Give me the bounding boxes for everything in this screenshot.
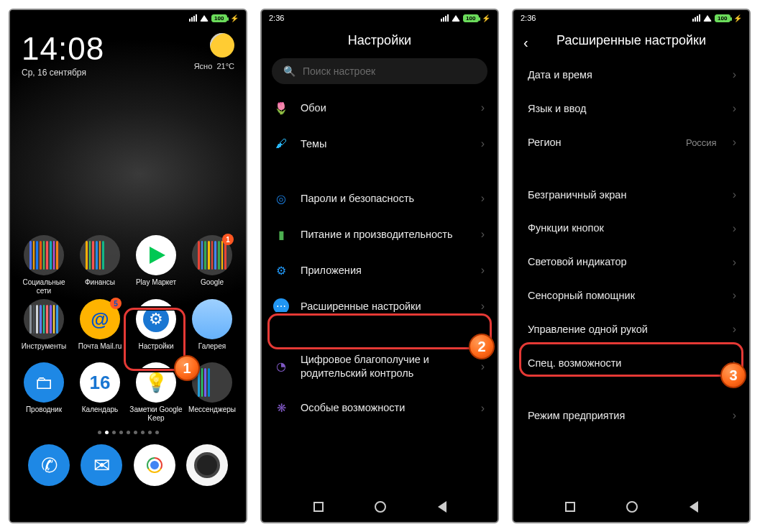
wifi-icon (200, 15, 209, 22)
chevron-right-icon: › (733, 102, 736, 115)
sun-icon (210, 33, 234, 58)
status-bar: 2:36 100 ⚡ (513, 10, 749, 26)
wifi-icon (703, 15, 712, 22)
item-digital-wellbeing[interactable]: ◔ Цифровое благополучие и родительский к… (262, 343, 498, 390)
item-apps[interactable]: ⚙ Приложения › (262, 252, 498, 288)
battery-icon: 100 (211, 14, 227, 22)
dock-camera[interactable] (186, 444, 228, 486)
item-language[interactable]: Язык и ввод › (513, 92, 749, 126)
nav-recent[interactable] (313, 502, 324, 512)
item-buttons[interactable]: Функции кнопок › (513, 211, 749, 245)
folder-google[interactable]: 1 Google (185, 235, 239, 295)
search-placeholder: Поиск настроек (303, 65, 375, 77)
chevron-right-icon: › (733, 289, 736, 302)
chevron-right-icon: › (481, 228, 485, 241)
status-time: 2:36 (269, 14, 284, 22)
charging-icon: ⚡ (733, 14, 742, 22)
battery-settings-icon: ▮ (273, 226, 289, 242)
app-files[interactable]: 🗀 Проводник (17, 362, 70, 422)
signal-icon (692, 14, 700, 22)
chevron-right-icon: › (733, 188, 736, 201)
step-badge-3: 3 (720, 362, 746, 388)
item-power[interactable]: ▮ Питание и производительность › (262, 216, 498, 252)
app-mailru[interactable]: @5 Почта Mail.ru (73, 299, 127, 358)
phone-advanced-settings: 2:36 100 ⚡ ‹ Расширенные настройки Дата … (512, 9, 751, 523)
item-datetime[interactable]: Дата и время › (513, 58, 749, 92)
app-calendar[interactable]: 16 Календарь (73, 362, 127, 422)
dock-phone[interactable]: ✆ (28, 444, 70, 486)
highlight-step-3 (519, 342, 743, 377)
chevron-right-icon: › (481, 360, 485, 373)
accessibility-icon: ❋ (273, 400, 289, 416)
wifi-icon (452, 15, 460, 22)
item-one-hand[interactable]: Управление одной рукой › (513, 313, 749, 347)
chevron-right-icon: › (481, 192, 485, 205)
item-led[interactable]: Световой индикатор › (513, 245, 749, 279)
chevron-right-icon: › (481, 101, 485, 114)
clock-date[interactable]: Ср, 16 сентября (22, 68, 104, 78)
chevron-right-icon: › (481, 137, 485, 150)
chevron-right-icon: › (733, 409, 736, 422)
clock-time[interactable]: 14:08 (22, 33, 104, 65)
nav-home[interactable] (626, 501, 638, 513)
more-icon: ⋯ (273, 298, 289, 314)
item-security[interactable]: ◎ Пароли и безопасность › (262, 180, 498, 216)
weather-temp: 21°C (216, 62, 234, 70)
item-touch-assist[interactable]: Сенсорный помощник › (513, 279, 749, 313)
battery-icon: 100 (463, 14, 479, 22)
status-bar: 2:36 100 ⚡ (262, 10, 498, 26)
chevron-right-icon: › (733, 68, 736, 81)
folder-tools[interactable]: Инструменты (17, 299, 70, 358)
dock: ✆ ✉ (10, 441, 246, 492)
weather-widget[interactable]: Ясно 21°C (194, 33, 234, 70)
step-badge-1: 1 (174, 355, 200, 381)
charging-icon: ⚡ (230, 14, 239, 22)
wallpaper-icon: 🌷 (273, 100, 289, 116)
nav-home[interactable] (375, 501, 386, 513)
mailru-icon: @5 (80, 299, 120, 339)
phone-settings: 2:36 100 ⚡ Настройки 🔍 Поиск настроек 🌷 … (260, 9, 499, 523)
nav-bar (262, 492, 498, 522)
item-enterprise[interactable]: Режим предприятия › (513, 399, 749, 433)
battery-icon: 100 (715, 14, 730, 22)
item-accessibility[interactable]: ❋ Особые возможности › (262, 390, 498, 426)
dock-messages[interactable]: ✉ (81, 444, 122, 486)
phone-home: 100 ⚡ 14:08 Ср, 16 сентября Ясно 21°C Со… (9, 9, 247, 523)
advanced-list: Дата и время › Язык и ввод › Регион Росс… (513, 58, 749, 492)
signal-icon (441, 14, 449, 22)
folder-finance[interactable]: Финансы (73, 235, 127, 295)
chevron-right-icon: › (481, 402, 485, 415)
item-fullscreen[interactable]: Безграничный экран › (513, 178, 749, 212)
app-gallery[interactable]: Галерея (185, 299, 239, 358)
signal-icon (189, 14, 197, 22)
item-themes[interactable]: 🖌 Темы › (262, 126, 498, 162)
page-title: Настройки (262, 26, 498, 58)
chevron-right-icon: › (733, 323, 736, 336)
page-indicator[interactable] (10, 426, 246, 441)
item-region[interactable]: Регион Россия › (513, 126, 749, 160)
nav-bar (513, 492, 749, 522)
nav-recent[interactable] (565, 502, 575, 512)
notification-badge: 1 (222, 234, 234, 245)
page-title: ‹ Расширенные настройки (513, 26, 749, 58)
nav-back[interactable] (690, 501, 698, 513)
nav-back[interactable] (438, 501, 446, 513)
step-badge-2: 2 (469, 334, 495, 359)
folder-social[interactable]: Социальные сети (17, 235, 70, 295)
gallery-icon (192, 299, 232, 339)
status-bar: 100 ⚡ (10, 10, 246, 26)
back-button[interactable]: ‹ (523, 35, 528, 51)
theme-icon: 🖌 (273, 136, 289, 152)
item-wallpaper[interactable]: 🌷 Обои › (262, 90, 498, 126)
folder-icon: 🗀 (24, 362, 64, 403)
chevron-right-icon: › (481, 300, 485, 313)
dock-chrome[interactable] (134, 444, 175, 486)
item-region-value: Россия (686, 137, 717, 148)
charging-icon: ⚡ (482, 14, 490, 22)
chevron-right-icon: › (733, 256, 736, 269)
app-play-store[interactable]: Play Маркет (129, 235, 183, 295)
weather-desc: Ясно (194, 62, 213, 70)
search-input[interactable]: 🔍 Поиск настроек (272, 58, 487, 84)
search-icon: 🔍 (283, 65, 296, 77)
calendar-icon: 16 (80, 362, 120, 403)
